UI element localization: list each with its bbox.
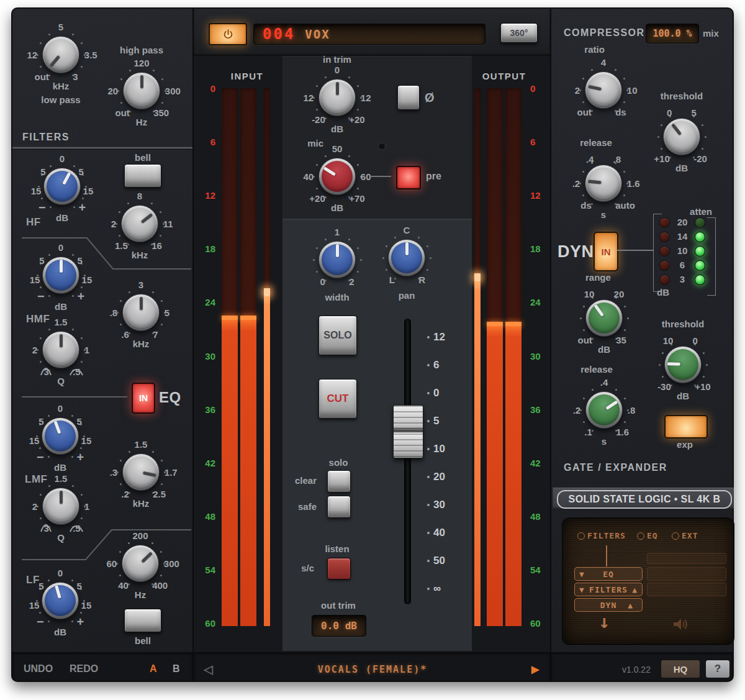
gr-led-green-10	[695, 246, 705, 257]
hmf-freq-knob[interactable]: 3 .8 5 .6 7 kHz	[122, 294, 160, 331]
pre-led-icon	[377, 142, 386, 150]
hq-button[interactable]: HQ	[661, 660, 700, 678]
node-radio-eq-icon[interactable]	[637, 532, 644, 540]
width-knob[interactable]: 1 0 2 width	[318, 241, 356, 278]
node-radio-ext-icon[interactable]	[672, 532, 679, 540]
phase-invert-button[interactable]	[397, 85, 420, 110]
channel-controls-panel	[282, 219, 472, 651]
out-trim-display[interactable]: 0.0 dB	[312, 615, 366, 637]
atten-label: atten	[682, 206, 720, 217]
comp-ratio-knob[interactable]: ratio 4 2 10 out ds	[585, 71, 622, 109]
output-peak-meter	[474, 88, 481, 626]
panel-divider	[550, 9, 551, 681]
redo-button[interactable]: REDO	[70, 663, 98, 675]
listen-label: listen	[318, 543, 356, 554]
gr-led-green-20	[695, 217, 705, 228]
mix-label: mix	[703, 28, 719, 39]
output-meter-bar-right	[505, 88, 522, 626]
mic-gain-knob[interactable]: mic 50 40 60 +20 +70 dB	[318, 158, 356, 195]
hf-bell-button[interactable]: bell	[124, 164, 161, 188]
gr-led-red-14	[659, 232, 670, 242]
clear-label: clear	[287, 475, 317, 486]
lf-gain-knob[interactable]: 0 5 5 15 15 − + dB	[42, 582, 79, 619]
preset-prev-button[interactable]: ◁	[204, 662, 213, 676]
routing-block-dyn[interactable]: DYN ▲	[574, 598, 643, 612]
comp-release-knob[interactable]: release .4 .8 .2 1.6 ds auto s	[585, 165, 622, 202]
gr-led-green-6	[695, 260, 705, 271]
pan-knob[interactable]: C L R pan	[388, 239, 425, 276]
lmf-gain-knob[interactable]: 0 5 5 15 15 − + dB	[42, 417, 79, 455]
lmf-freq-knob[interactable]: 1.5 .3 1.7 .2 2.5 kHz	[122, 453, 160, 491]
routing-block-eq[interactable]: ▼ EQ	[574, 567, 643, 581]
pre-button[interactable]	[396, 166, 421, 189]
undo-button[interactable]: UNDO	[24, 663, 53, 675]
version-label: v1.0.22	[622, 665, 651, 675]
in-trim-knob[interactable]: in trim 0 12 12 -20 +20 dB	[318, 79, 356, 116]
preset-next-button[interactable]: ▶	[531, 663, 539, 675]
low-pass-freq-knob[interactable]: 5 12 3.5 out 3 kHz low pass	[42, 36, 79, 73]
hmf-gain-knob[interactable]: 0 5 5 15 15 − + dB	[42, 257, 79, 294]
mode-360-button[interactable]: 360°	[500, 23, 538, 43]
input-meter-bar-left	[222, 88, 238, 626]
hf-freq-knob[interactable]: 8 2 11 1.5 16 kHz	[121, 205, 158, 242]
sc-listen-button[interactable]	[327, 558, 351, 580]
speaker-icon	[672, 617, 689, 632]
cut-button[interactable]: CUT	[318, 379, 357, 419]
gate-range-knob[interactable]: range 10 20 out 35 dB	[585, 299, 623, 337]
wide-bell-icon	[70, 524, 83, 533]
hmf-q-knob[interactable]: 1.5 2 1 3 .5 Q	[42, 331, 79, 368]
panel-divider	[192, 9, 194, 681]
filters-title: FILTERS	[22, 132, 70, 143]
output-meter-bar-left	[487, 88, 503, 626]
input-peak-meter	[264, 88, 270, 626]
eq-section-label: EQ	[159, 389, 181, 406]
hf-band-label: HF	[26, 216, 41, 229]
hf-gain-knob[interactable]: 0 5 5 15 15 − + dB	[43, 168, 81, 205]
solo-safe-button[interactable]	[327, 496, 351, 518]
lf-bell-button[interactable]: bell	[124, 609, 161, 632]
comp-threshold-knob[interactable]: threshold 0 5 +10 -20 dB	[663, 118, 700, 155]
gr-led-green-3	[695, 275, 705, 285]
fader-cap[interactable]	[393, 405, 423, 458]
fader-track[interactable]	[404, 319, 411, 604]
brand-badge: SOLID STATE LOGIC • SL 4K B	[557, 490, 732, 509]
hmf-band-label: HMF	[26, 313, 50, 325]
dyn-in-button[interactable]: IN	[594, 232, 618, 271]
help-button[interactable]: ?	[705, 660, 730, 678]
ab-compare-a[interactable]: A	[150, 663, 157, 675]
gate-release-knob[interactable]: release .4 .2 .8 .1 1.6 s	[585, 391, 623, 429]
routing-slot-dim	[647, 567, 726, 581]
atten-db-label: dB	[657, 287, 669, 298]
solo-clear-button[interactable]	[327, 470, 351, 493]
gate-threshold-knob[interactable]: threshold 10 0 -30 +10 dB	[664, 346, 702, 383]
solo-button[interactable]: SOLO	[318, 316, 357, 355]
phase-symbol-label: Ø	[425, 91, 435, 105]
comp-mix-display[interactable]: 100.0 %	[646, 24, 699, 43]
lf-freq-knob[interactable]: 200 60 300 40 400 Hz	[122, 545, 159, 582]
high-pass-freq-knob[interactable]: high pass 120 20 300 out 350 Hz	[123, 72, 160, 109]
wide-bell-icon	[70, 368, 83, 376]
node-radio-filters-icon[interactable]	[577, 532, 585, 540]
ab-compare-b[interactable]: B	[173, 663, 180, 675]
preset-name-footer[interactable]: VOCALS (FEMALE)*	[267, 664, 478, 675]
lmf-q-knob[interactable]: 1.5 2 1 3 .5 Q	[42, 488, 79, 525]
routing-output-arrow: ↓	[598, 611, 610, 632]
preset-display[interactable]: 004 VOX	[253, 24, 485, 45]
lmf-band-label: LMF	[25, 473, 47, 486]
solo-group-label: solo	[320, 457, 357, 468]
routing-block-filters[interactable]: ▼ FILTERS ▲	[574, 583, 643, 596]
out-trim-label: out trim	[312, 600, 364, 611]
exp-button[interactable]	[664, 415, 708, 439]
lf-band-label: LF	[26, 574, 40, 586]
gr-led-red-3	[659, 275, 670, 285]
gr-led-green-14	[695, 232, 705, 242]
routing-slot-dim	[647, 583, 726, 596]
power-button[interactable]	[209, 23, 247, 45]
eq-in-button[interactable]: IN	[132, 383, 155, 414]
preset-name: VOX	[305, 27, 330, 41]
gate-expander-title: GATE / EXPANDER	[564, 462, 667, 473]
gr-led-red-10	[659, 246, 670, 257]
output-meter-label: OUTPUT	[476, 71, 533, 81]
exp-label: exp	[665, 439, 705, 450]
compressor-title: COMPRESSOR	[564, 27, 645, 39]
